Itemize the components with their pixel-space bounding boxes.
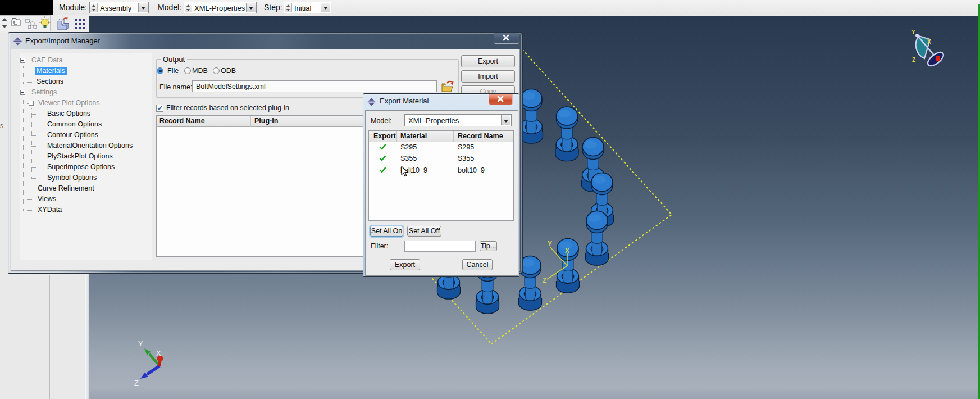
svg-text:Y: Y bbox=[911, 29, 915, 35]
svg-text:X: X bbox=[156, 349, 161, 357]
svg-text:Y: Y bbox=[138, 339, 143, 348]
svg-text:Y: Y bbox=[548, 240, 552, 248]
svg-text:Z: Z bbox=[543, 276, 546, 284]
svg-text:Z: Z bbox=[134, 379, 139, 387]
svg-text:Z: Z bbox=[912, 57, 915, 63]
svg-text:X: X bbox=[927, 39, 931, 45]
svg-text:X: X bbox=[565, 247, 569, 255]
